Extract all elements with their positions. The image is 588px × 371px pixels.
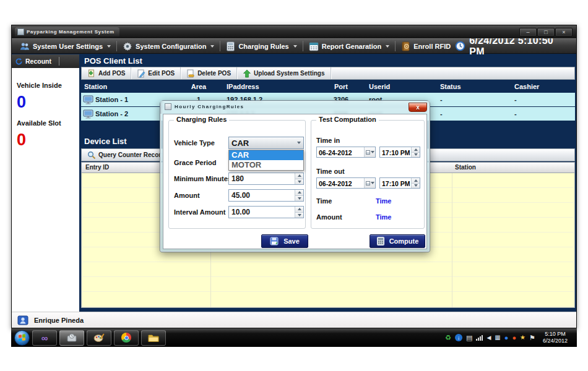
interval-amount-value: 10.00 xyxy=(229,207,295,218)
drive-backup-icon xyxy=(66,333,77,343)
amount-label: Amount xyxy=(174,192,200,199)
time-result-value: Time xyxy=(376,197,391,205)
save-button[interactable]: Save xyxy=(261,234,308,248)
edit-icon xyxy=(137,69,145,78)
tray-browser-icon[interactable]: ● xyxy=(512,335,516,341)
time-in-label: Time in xyxy=(316,137,340,144)
chevron-down-icon xyxy=(386,45,389,48)
time-in-date-picker[interactable]: 06-24-2012 xyxy=(316,147,376,158)
time-in-time-input[interactable]: 17:10 PM xyxy=(379,147,420,158)
minimum-minutes-label: Minimum Minutes xyxy=(174,175,231,182)
test-computation-group: Test Computation Time in 06-24-2012 17:1… xyxy=(311,120,425,229)
calendar-picker-icon[interactable] xyxy=(364,178,375,188)
upload-system-settings-button[interactable]: Upload System Settings xyxy=(237,67,331,79)
dropdown-option-car[interactable]: CAR xyxy=(229,150,303,160)
recount-icon xyxy=(15,58,23,66)
minimum-minutes-value: 180 xyxy=(229,173,295,184)
amount-value: 45.00 xyxy=(229,190,295,201)
pos-table-header: Station Area IPaddress Port Userid Statu… xyxy=(81,80,575,92)
tray-download-icon[interactable]: ↓ xyxy=(455,334,462,341)
tray-signal-icon[interactable] xyxy=(476,335,483,341)
time-in-time-value: 17:10 PM xyxy=(380,147,411,157)
taskbar-paint-button[interactable] xyxy=(87,330,111,346)
menu-enroll-rfid[interactable]: Enroll RFID xyxy=(397,39,455,53)
dialog-close-button[interactable]: x xyxy=(409,103,427,112)
menu-charging-rules[interactable]: Charging Rules xyxy=(222,39,301,53)
menu-separator xyxy=(395,41,396,51)
system-tray: ♻ ↓ ▤ ◀ ▦ ● ● ★ ⚑ 5:10 PM 6/24/2012 xyxy=(445,331,574,344)
delete-pos-button[interactable]: Delete POS xyxy=(181,67,237,79)
time-out-label: Time out xyxy=(316,168,345,175)
calendar-picker-icon[interactable] xyxy=(364,147,375,157)
column-status: Status xyxy=(434,83,508,90)
spinner-down-icon[interactable] xyxy=(412,152,420,158)
spinner-down-icon[interactable] xyxy=(295,195,303,202)
menu-report-generation[interactable]: Report Genaration xyxy=(305,39,394,53)
tray-updates-icon[interactable]: ♻ xyxy=(445,335,451,341)
time-out-time-value: 17:10 PM xyxy=(380,178,411,188)
taskbar-chrome-button[interactable] xyxy=(114,330,139,346)
cell-cashier: - xyxy=(508,110,575,117)
taskbar-backup-button[interactable] xyxy=(59,330,84,346)
interval-amount-input[interactable]: 10.00 xyxy=(228,206,304,218)
delete-icon xyxy=(186,69,195,78)
column-entry-id: Entry ID xyxy=(85,164,109,171)
query-counter-records-button[interactable]: Query Counter Recor xyxy=(82,149,167,161)
start-button[interactable] xyxy=(14,330,30,346)
spinner-down-icon[interactable] xyxy=(295,212,303,218)
menu-system-configuration[interactable]: System Configuration xyxy=(118,39,218,53)
maximize-button[interactable]: □ xyxy=(537,28,555,36)
spinner-up-icon[interactable] xyxy=(295,190,303,195)
dialog-titlebar: Hourly ChargingRules x xyxy=(160,101,430,114)
clock-icon xyxy=(455,41,465,51)
chrome-icon xyxy=(121,333,131,343)
compute-button[interactable]: Compute xyxy=(370,234,425,248)
dropdown-option-motor[interactable]: MOTOR xyxy=(229,160,303,170)
taskbar-visual-studio-button[interactable]: ∞ xyxy=(32,330,57,346)
time-result-label: Time xyxy=(316,197,332,205)
tray-pointer-icon[interactable]: ★ xyxy=(520,335,525,341)
monitor-icon xyxy=(83,109,93,119)
menu-separator xyxy=(220,41,220,51)
add-pos-button[interactable]: Add POS xyxy=(82,67,131,79)
charging-rules-legend: Charging Rules xyxy=(174,116,229,123)
logged-in-user: Enrique Pineda xyxy=(34,317,84,324)
vehicle-type-dropdown-list: CAR MOTOR xyxy=(228,150,304,171)
spinner-up-icon[interactable] xyxy=(412,147,420,152)
add-pos-label: Add POS xyxy=(98,70,125,77)
tray-volume-icon[interactable]: ◀ xyxy=(486,335,491,341)
amount-input[interactable]: 45.00 xyxy=(228,189,304,202)
gear-icon xyxy=(123,41,132,51)
tray-security-icon[interactable]: ● xyxy=(504,335,509,341)
available-slot-label: Available Slot xyxy=(17,119,74,127)
spinner-up-icon[interactable] xyxy=(295,173,303,179)
time-in-date-value: 06-24-2012 xyxy=(317,147,364,157)
spinner-down-icon[interactable] xyxy=(412,183,420,189)
tray-clipboard-icon[interactable]: ▤ xyxy=(466,335,472,341)
spinner xyxy=(295,190,303,201)
vehicle-type-select[interactable]: CAR xyxy=(228,137,304,149)
menubar: System User Settings System Configuratio… xyxy=(12,38,576,54)
spinner-down-icon[interactable] xyxy=(295,179,303,185)
time-out-time-input[interactable]: 17:10 PM xyxy=(379,177,420,189)
column-divider xyxy=(452,173,452,307)
time-out-date-picker[interactable]: 06-24-2012 xyxy=(316,177,376,189)
column-cashier: Cashier xyxy=(508,83,575,90)
spinner-up-icon[interactable] xyxy=(412,178,420,183)
edit-pos-button[interactable]: Edit POS xyxy=(131,67,181,79)
close-button[interactable]: × xyxy=(555,28,573,36)
recount-button[interactable]: Recount xyxy=(15,58,51,66)
folder-icon xyxy=(148,333,159,343)
vehicle-inside-value: 0 xyxy=(17,94,74,111)
amount-result-label: Amount xyxy=(316,213,342,221)
tray-network-icon[interactable]: ▦ xyxy=(495,335,500,341)
taskbar-explorer-button[interactable] xyxy=(141,330,166,346)
minimize-button[interactable]: – xyxy=(519,28,537,36)
spinner-up-icon[interactable] xyxy=(295,207,303,212)
minimum-minutes-input[interactable]: 180 xyxy=(228,173,304,185)
tray-clock[interactable]: 5:10 PM 6/24/2012 xyxy=(539,331,571,344)
window-titlebar: Payparking Management System – □ × xyxy=(12,25,576,38)
tray-flag-icon[interactable]: ⚑ xyxy=(529,335,535,341)
menu-system-user-settings[interactable]: System User Settings xyxy=(15,39,115,53)
window-controls: – □ × xyxy=(519,28,573,36)
